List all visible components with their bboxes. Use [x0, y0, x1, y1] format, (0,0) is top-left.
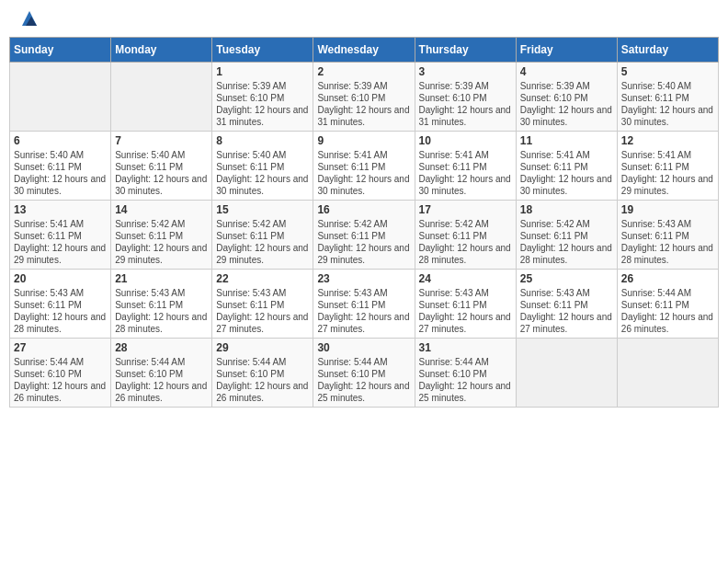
cell-info: Sunrise: 5:39 AM Sunset: 6:10 PM Dayligh…	[419, 80, 512, 128]
day-of-week-header: Saturday	[617, 38, 718, 63]
calendar-cell	[617, 339, 718, 408]
day-number: 29	[216, 341, 309, 354]
calendar-cell: 8Sunrise: 5:40 AM Sunset: 6:11 PM Daylig…	[212, 132, 313, 201]
day-number: 25	[520, 272, 613, 285]
calendar-cell: 20Sunrise: 5:43 AM Sunset: 6:11 PM Dayli…	[10, 270, 111, 339]
calendar-week-row: 20Sunrise: 5:43 AM Sunset: 6:11 PM Dayli…	[10, 270, 719, 339]
day-number: 4	[520, 65, 613, 78]
cell-info: Sunrise: 5:40 AM Sunset: 6:11 PM Dayligh…	[216, 149, 309, 197]
cell-info: Sunrise: 5:44 AM Sunset: 6:10 PM Dayligh…	[216, 356, 309, 404]
day-number: 30	[317, 341, 410, 354]
cell-info: Sunrise: 5:43 AM Sunset: 6:11 PM Dayligh…	[317, 287, 410, 335]
calendar-cell: 10Sunrise: 5:41 AM Sunset: 6:11 PM Dayli…	[415, 132, 516, 201]
cell-info: Sunrise: 5:39 AM Sunset: 6:10 PM Dayligh…	[520, 80, 613, 128]
cell-info: Sunrise: 5:44 AM Sunset: 6:11 PM Dayligh…	[621, 287, 714, 335]
day-number: 20	[14, 272, 107, 285]
calendar-cell: 18Sunrise: 5:42 AM Sunset: 6:11 PM Dayli…	[516, 201, 617, 270]
calendar-week-row: 1Sunrise: 5:39 AM Sunset: 6:10 PM Daylig…	[10, 63, 719, 132]
cell-info: Sunrise: 5:40 AM Sunset: 6:11 PM Dayligh…	[14, 149, 107, 197]
calendar-table: SundayMondayTuesdayWednesdayThursdayFrid…	[9, 37, 719, 408]
cell-info: Sunrise: 5:43 AM Sunset: 6:11 PM Dayligh…	[520, 287, 613, 335]
calendar-cell: 11Sunrise: 5:41 AM Sunset: 6:11 PM Dayli…	[516, 132, 617, 201]
cell-info: Sunrise: 5:41 AM Sunset: 6:11 PM Dayligh…	[14, 218, 107, 266]
day-of-week-header: Friday	[516, 38, 617, 63]
calendar-cell: 5Sunrise: 5:40 AM Sunset: 6:11 PM Daylig…	[617, 63, 718, 132]
calendar-week-row: 13Sunrise: 5:41 AM Sunset: 6:11 PM Dayli…	[10, 201, 719, 270]
day-of-week-header: Monday	[111, 38, 212, 63]
day-number: 8	[216, 134, 309, 147]
calendar-cell	[111, 63, 212, 132]
day-number: 31	[419, 341, 512, 354]
day-number: 10	[419, 134, 512, 147]
calendar-cell: 30Sunrise: 5:44 AM Sunset: 6:10 PM Dayli…	[313, 339, 415, 408]
cell-info: Sunrise: 5:44 AM Sunset: 6:10 PM Dayligh…	[14, 356, 107, 404]
calendar-cell: 23Sunrise: 5:43 AM Sunset: 6:11 PM Dayli…	[313, 270, 415, 339]
page-header	[9, 9, 719, 31]
calendar-cell: 9Sunrise: 5:41 AM Sunset: 6:11 PM Daylig…	[313, 132, 415, 201]
day-number: 5	[621, 65, 714, 78]
day-number: 24	[419, 272, 512, 285]
calendar-cell: 14Sunrise: 5:42 AM Sunset: 6:11 PM Dayli…	[111, 201, 212, 270]
logo	[18, 17, 39, 28]
day-number: 15	[216, 203, 309, 216]
cell-info: Sunrise: 5:40 AM Sunset: 6:11 PM Dayligh…	[115, 149, 208, 197]
calendar-cell: 6Sunrise: 5:40 AM Sunset: 6:11 PM Daylig…	[10, 132, 111, 201]
day-of-week-header: Thursday	[415, 38, 516, 63]
day-number: 17	[419, 203, 512, 216]
calendar-cell: 22Sunrise: 5:43 AM Sunset: 6:11 PM Dayli…	[212, 270, 313, 339]
cell-info: Sunrise: 5:43 AM Sunset: 6:11 PM Dayligh…	[216, 287, 309, 335]
cell-info: Sunrise: 5:41 AM Sunset: 6:11 PM Dayligh…	[520, 149, 613, 197]
calendar-week-row: 27Sunrise: 5:44 AM Sunset: 6:10 PM Dayli…	[10, 339, 719, 408]
cell-info: Sunrise: 5:39 AM Sunset: 6:10 PM Dayligh…	[216, 80, 309, 128]
cell-info: Sunrise: 5:40 AM Sunset: 6:11 PM Dayligh…	[621, 80, 714, 128]
calendar-cell: 28Sunrise: 5:44 AM Sunset: 6:10 PM Dayli…	[111, 339, 212, 408]
day-number: 6	[14, 134, 107, 147]
cell-info: Sunrise: 5:41 AM Sunset: 6:11 PM Dayligh…	[621, 149, 714, 197]
day-of-week-header: Tuesday	[212, 38, 313, 63]
cell-info: Sunrise: 5:43 AM Sunset: 6:11 PM Dayligh…	[621, 218, 714, 266]
calendar-cell: 21Sunrise: 5:43 AM Sunset: 6:11 PM Dayli…	[111, 270, 212, 339]
calendar-cell: 15Sunrise: 5:42 AM Sunset: 6:11 PM Dayli…	[212, 201, 313, 270]
day-number: 27	[14, 341, 107, 354]
calendar-cell: 24Sunrise: 5:43 AM Sunset: 6:11 PM Dayli…	[415, 270, 516, 339]
calendar-cell: 2Sunrise: 5:39 AM Sunset: 6:10 PM Daylig…	[313, 63, 415, 132]
cell-info: Sunrise: 5:44 AM Sunset: 6:10 PM Dayligh…	[317, 356, 410, 404]
day-number: 11	[520, 134, 613, 147]
day-number: 3	[419, 65, 512, 78]
calendar-cell: 26Sunrise: 5:44 AM Sunset: 6:11 PM Dayli…	[617, 270, 718, 339]
day-number: 28	[115, 341, 208, 354]
day-number: 7	[115, 134, 208, 147]
day-number: 2	[317, 65, 410, 78]
day-of-week-header: Wednesday	[313, 38, 415, 63]
cell-info: Sunrise: 5:41 AM Sunset: 6:11 PM Dayligh…	[317, 149, 410, 197]
calendar-cell: 25Sunrise: 5:43 AM Sunset: 6:11 PM Dayli…	[516, 270, 617, 339]
day-number: 22	[216, 272, 309, 285]
calendar-cell: 4Sunrise: 5:39 AM Sunset: 6:10 PM Daylig…	[516, 63, 617, 132]
cell-info: Sunrise: 5:42 AM Sunset: 6:11 PM Dayligh…	[115, 218, 208, 266]
day-number: 12	[621, 134, 714, 147]
cell-info: Sunrise: 5:44 AM Sunset: 6:10 PM Dayligh…	[115, 356, 208, 404]
calendar-cell: 19Sunrise: 5:43 AM Sunset: 6:11 PM Dayli…	[617, 201, 718, 270]
calendar-cell: 29Sunrise: 5:44 AM Sunset: 6:10 PM Dayli…	[212, 339, 313, 408]
cell-info: Sunrise: 5:42 AM Sunset: 6:11 PM Dayligh…	[520, 218, 613, 266]
day-number: 16	[317, 203, 410, 216]
day-number: 23	[317, 272, 410, 285]
calendar-cell: 13Sunrise: 5:41 AM Sunset: 6:11 PM Dayli…	[10, 201, 111, 270]
cell-info: Sunrise: 5:43 AM Sunset: 6:11 PM Dayligh…	[419, 287, 512, 335]
calendar-cell: 27Sunrise: 5:44 AM Sunset: 6:10 PM Dayli…	[10, 339, 111, 408]
cell-info: Sunrise: 5:42 AM Sunset: 6:11 PM Dayligh…	[216, 218, 309, 266]
day-number: 13	[14, 203, 107, 216]
calendar-cell: 7Sunrise: 5:40 AM Sunset: 6:11 PM Daylig…	[111, 132, 212, 201]
calendar-cell: 17Sunrise: 5:42 AM Sunset: 6:11 PM Dayli…	[415, 201, 516, 270]
calendar-cell: 12Sunrise: 5:41 AM Sunset: 6:11 PM Dayli…	[617, 132, 718, 201]
cell-info: Sunrise: 5:43 AM Sunset: 6:11 PM Dayligh…	[14, 287, 107, 335]
day-number: 19	[621, 203, 714, 216]
calendar-week-row: 6Sunrise: 5:40 AM Sunset: 6:11 PM Daylig…	[10, 132, 719, 201]
calendar-cell	[10, 63, 111, 132]
logo-icon	[20, 9, 39, 28]
cell-info: Sunrise: 5:41 AM Sunset: 6:11 PM Dayligh…	[419, 149, 512, 197]
calendar-cell: 31Sunrise: 5:44 AM Sunset: 6:10 PM Dayli…	[415, 339, 516, 408]
cell-info: Sunrise: 5:39 AM Sunset: 6:10 PM Dayligh…	[317, 80, 410, 128]
calendar-cell: 1Sunrise: 5:39 AM Sunset: 6:10 PM Daylig…	[212, 63, 313, 132]
day-number: 18	[520, 203, 613, 216]
